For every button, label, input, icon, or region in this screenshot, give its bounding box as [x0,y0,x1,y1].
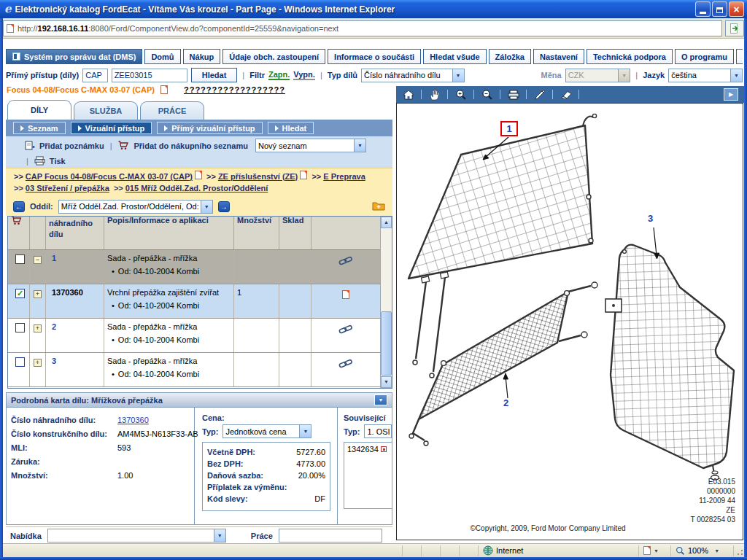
address-input[interactable]: http://192.168.16.11:8080/Ford/Component… [3,20,722,36]
link-icon[interactable] [338,359,353,368]
row-checkbox[interactable]: ✓ [15,323,25,332]
part-description: Vrchní přepážka zajištění zvířat [107,288,231,297]
expand-toggle[interactable] [34,359,42,367]
menu-item[interactable]: O programu [675,49,734,64]
select-zoom-mode[interactable]: ▼ [639,545,671,556]
breadcrumb-link[interactable]: CAP Focus 04-08/Focus C-MAX 03-07 (CAP) [26,172,193,181]
tab[interactable]: DÍLY [7,100,71,120]
expand-toggle[interactable] [34,290,42,298]
section-select[interactable]: Mříž Odděl.Zad. Prostor/Oddělení, Od: 04… [58,200,213,214]
zoom-control[interactable]: 100% ▼ [671,545,734,556]
resize-grip[interactable] [734,545,744,556]
breadcrumb-link[interactable]: 03 Střežení / přepážka [26,184,109,192]
add-note-button[interactable]: Přidat poznámku [39,141,104,150]
minimize-button[interactable] [695,1,711,17]
table-scrollbar[interactable]: ▲ ▼ [380,217,392,388]
expand-toggle[interactable] [34,256,42,264]
home-icon[interactable] [402,88,414,101]
related-type-select[interactable]: 1. OSI [364,424,392,438]
cap-field[interactable]: CAP [82,69,107,82]
subnav-button[interactable]: Hledat [268,122,314,134]
menu-item[interactable]: Systém pro správu dat (DMS) [6,49,142,64]
pencil-icon[interactable] [533,88,546,101]
subnav-button[interactable]: Přímý vizuální přístup [157,122,262,134]
link-icon[interactable] [338,256,353,265]
eraser-icon[interactable] [560,88,572,101]
doc-icon[interactable] [300,171,307,179]
link-icon[interactable] [338,324,353,334]
scroll-up-button[interactable]: ▲ [381,217,392,228]
shopping-list-select[interactable]: Nový seznam ▼ [255,139,366,152]
doc-icon[interactable] [195,171,202,179]
scroll-thumb[interactable] [381,311,392,376]
part-number-link[interactable]: 3 [49,357,56,365]
currency-select[interactable]: CZK ▼ [565,69,631,82]
row-checkbox[interactable]: ✓ [15,357,25,367]
search-button[interactable]: Hledat [191,68,238,82]
doc-icon[interactable] [342,290,349,299]
vehicle-label: Focus 04-08/Focus C-MAX 03-07 (CAP) [7,85,155,94]
part-type-select[interactable]: Číslo náhradního dílu ▼ [361,69,464,82]
detail-field: Záruka: [11,455,191,469]
callout-1[interactable]: 1 [500,121,518,136]
related-item[interactable]: 1342634 [347,445,379,454]
tab[interactable]: SLUŽBA [74,101,138,120]
work-input[interactable] [279,529,382,542]
menu-item[interactable]: Údaje obch. zastoupení [222,49,325,64]
breadcrumb-link[interactable]: ZE příslušenství (ZE) [218,172,298,181]
menu-item-label: Domů [151,52,174,61]
scroll-down-button[interactable]: ▼ [381,376,392,388]
subnav-button[interactable]: Vizuální přístup [71,122,152,134]
offer-select[interactable]: ▼ [47,529,226,542]
related-list[interactable]: 1342634 [344,442,392,509]
menu-item[interactable]: Nastavení [533,49,584,64]
close-button[interactable]: × [729,1,744,17]
menu-item[interactable]: Nákup [183,49,221,64]
menu-item[interactable]: Domů [144,49,180,64]
diagram-footer-line: T 0028254 03 [690,515,735,524]
callout-3[interactable]: 3 [648,213,653,224]
print-button[interactable]: Tisk [50,157,66,166]
callout-2[interactable]: 2 [503,397,508,408]
go-button[interactable] [725,20,744,36]
collapse-button[interactable]: ▼ [374,394,387,405]
expand-panel-button[interactable]: ▶ [724,88,738,101]
diagram[interactable]: 1 2 3 E03.015000000011-2009 44ZET 002825… [396,103,743,540]
breadcrumb-link[interactable]: 015 Mříž Odděl.Zad. Prostor/Oddělení [125,184,268,192]
next-section-button[interactable]: → [218,201,230,212]
filter-off-link[interactable]: Vypn. [293,70,315,80]
part-number-link[interactable]: 2 [49,322,56,331]
part-number-link[interactable]: 1370360 [49,288,83,297]
doc-icon[interactable] [160,85,168,94]
menu-item[interactable]: Ná [736,49,743,64]
chevron-down-icon: ▼ [730,69,742,82]
breadcrumb-link[interactable]: E Preprava [323,172,365,181]
menu-item[interactable]: Záložka [489,49,531,64]
language-select[interactable]: čeština ▼ [668,69,743,82]
part-number-link[interactable]: 1 [49,254,56,262]
price-type-select[interactable]: Jednotková cena ▼ [222,424,311,438]
related-title: Související [344,413,392,422]
expand-toggle[interactable] [34,324,42,332]
tab[interactable]: PRÁCE [140,101,204,120]
zoom-out-icon[interactable] [481,88,493,101]
print-icon[interactable] [507,88,519,101]
row-checkbox[interactable]: ✓ [15,289,25,298]
unknown-link[interactable]: ?????????????????? [184,85,285,94]
url-host: 192.168.16.11 [38,24,89,33]
shopping-list-button[interactable]: Přidat do nákupního seznamu [133,141,247,150]
subnav-button[interactable]: Seznam [13,122,66,134]
related-item-icon [381,446,387,452]
subnav-label: Vizuální přístup [85,124,145,133]
part-number-input[interactable]: ZEE03015 [112,69,187,82]
filter-on-link[interactable]: Zapn. [268,70,290,80]
row-checkbox[interactable]: ✓ [15,254,25,264]
pan-hand-icon[interactable] [428,88,441,101]
restore-button[interactable] [712,1,727,17]
menu-item[interactable]: Informace o součásti [328,49,421,64]
folder-up-icon[interactable] [372,201,385,211]
zoom-in-icon[interactable] [454,88,467,101]
menu-item[interactable]: Hledat všude [423,49,486,64]
prev-section-button[interactable]: ← [13,201,25,212]
menu-item[interactable]: Technická podpora [587,49,673,64]
